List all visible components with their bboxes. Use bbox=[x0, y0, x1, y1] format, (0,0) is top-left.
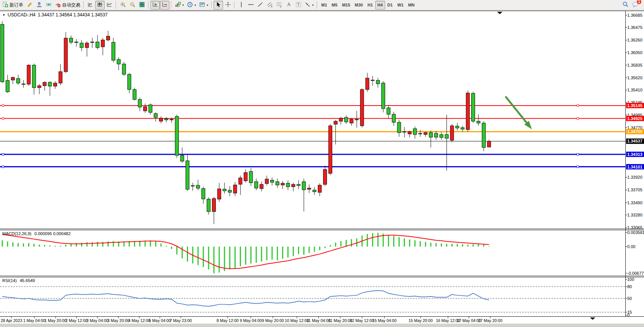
candle-body bbox=[164, 119, 168, 120]
candle-body bbox=[11, 77, 14, 80]
price-badge-label: 1.34101 bbox=[627, 165, 642, 169]
candle-body bbox=[112, 42, 115, 60]
highlighter-button[interactable] bbox=[25, 1, 34, 10]
indicators-button[interactable]: ▾ bbox=[173, 1, 185, 10]
price-tick-label: 1.36475 bbox=[627, 25, 642, 30]
zoom-out-button[interactable] bbox=[128, 1, 137, 10]
cursor-tool-button[interactable] bbox=[214, 1, 223, 10]
time-label: 9 May 20:00 bbox=[262, 318, 284, 323]
candle-body bbox=[419, 133, 422, 134]
candle-body bbox=[133, 90, 136, 99]
arrows-tool-button[interactable]: ▾ bbox=[303, 1, 315, 10]
macd-histogram-bar bbox=[414, 240, 416, 247]
macd-histogram-bar bbox=[377, 233, 378, 247]
macd-histogram-bar bbox=[293, 247, 294, 256]
chart-shift-icon bbox=[162, 2, 168, 9]
timeframe-MN[interactable]: MN bbox=[406, 1, 417, 10]
trendline-icon bbox=[257, 2, 263, 9]
macd-histogram-bar bbox=[340, 241, 341, 247]
auto-scroll-button[interactable] bbox=[150, 1, 160, 10]
macd-tick-label: 0.00 bbox=[627, 244, 635, 249]
candle-body bbox=[350, 119, 353, 123]
search-icon bbox=[622, 1, 629, 9]
periods-button[interactable]: ▾ bbox=[185, 1, 198, 10]
candle-body bbox=[313, 190, 316, 192]
time-label: 7 May 23:00 bbox=[170, 318, 192, 323]
new-order-label: 新订单 bbox=[10, 2, 23, 8]
timeframe-D1[interactable]: D1 bbox=[385, 1, 395, 10]
profile-button[interactable] bbox=[34, 1, 44, 10]
bar-chart-button[interactable] bbox=[86, 1, 95, 10]
candle-body bbox=[196, 185, 200, 188]
crosshair-tool-button[interactable] bbox=[223, 1, 233, 10]
candle-body bbox=[16, 79, 20, 83]
vertical-line-tool-button[interactable] bbox=[236, 1, 246, 10]
new-order-button[interactable]: 新订单 bbox=[1, 1, 25, 10]
notification-badge: 1 bbox=[636, 0, 642, 5]
candle-body bbox=[408, 131, 411, 134]
candle-body bbox=[461, 128, 464, 129]
macd-histogram-bar bbox=[409, 239, 410, 247]
macd-histogram-bar bbox=[234, 247, 236, 268]
candle-body bbox=[217, 189, 221, 199]
timeframe-M30[interactable]: M30 bbox=[352, 1, 365, 10]
time-label: 5 May 04:00 bbox=[149, 318, 171, 323]
separator bbox=[317, 1, 317, 9]
search-button[interactable] bbox=[621, 1, 630, 10]
chart-title-bar: ▼ USDCAD-,H4 1.34437 1.34564 1.34434 1.3… bbox=[2, 12, 108, 18]
chart-shift-button[interactable] bbox=[160, 1, 169, 10]
candle-body bbox=[249, 172, 253, 183]
timeframe-H1[interactable]: H1 bbox=[365, 1, 375, 10]
timeframe-M15[interactable]: M15 bbox=[340, 1, 352, 10]
time-label: 28 Apr 2023 bbox=[1, 318, 22, 323]
macd-histogram-bar bbox=[155, 242, 156, 247]
line-chart-button[interactable] bbox=[105, 1, 114, 10]
chart-stage: 1.366851.364751.362601.360501.358351.356… bbox=[0, 10, 644, 327]
candle-body bbox=[487, 141, 491, 147]
channel-tool-button[interactable]: E bbox=[265, 1, 274, 10]
timeframe-W1[interactable]: W1 bbox=[395, 1, 406, 10]
macd-values: 0.000095 0.000482 bbox=[34, 231, 70, 236]
text-label-tool-button[interactable]: T bbox=[293, 1, 303, 10]
candle-body bbox=[244, 173, 247, 181]
zoom-in-button[interactable] bbox=[118, 1, 128, 10]
horizontal-line-tool-button[interactable] bbox=[246, 1, 255, 10]
candlestick-chart-button[interactable] bbox=[95, 1, 105, 10]
time-label: 17 May 20:00 bbox=[478, 318, 502, 323]
candle-body bbox=[101, 40, 105, 47]
fibonacci-tool-button[interactable]: F bbox=[274, 1, 284, 10]
timeframe-group: M1M5M15M30H1H4D1W1MN bbox=[319, 1, 417, 10]
macd-histogram-bar bbox=[314, 247, 315, 252]
candle-body bbox=[239, 178, 242, 184]
macd-histogram-bar bbox=[478, 244, 479, 247]
timeframe-H4[interactable]: H4 bbox=[375, 1, 385, 10]
macd-histogram-bar bbox=[7, 242, 8, 247]
candle-body bbox=[69, 38, 73, 42]
hline-handle bbox=[577, 104, 579, 106]
text-tool-button[interactable]: A bbox=[284, 1, 293, 10]
trendline-tool-button[interactable] bbox=[255, 1, 265, 10]
signal-button[interactable] bbox=[44, 1, 53, 10]
macd-histogram-bar bbox=[309, 247, 310, 253]
candle-body bbox=[233, 185, 237, 193]
auto-trading-button[interactable]: 自动交易 bbox=[53, 1, 82, 10]
time-label: 11 May 04:00 bbox=[307, 318, 331, 323]
candle-body bbox=[54, 83, 57, 86]
macd-histogram-bar bbox=[102, 242, 104, 247]
chart-canvas[interactable]: 1.366851.364751.362601.360501.358351.356… bbox=[0, 10, 644, 327]
timeframe-M1[interactable]: M1 bbox=[319, 1, 329, 10]
auto-trading-icon bbox=[55, 2, 61, 9]
timeframe-M5[interactable]: M5 bbox=[329, 1, 340, 10]
time-label: 9 May 04:00 bbox=[240, 318, 262, 323]
macd-histogram-bar bbox=[483, 245, 484, 247]
macd-histogram-bar bbox=[451, 244, 453, 247]
svg-text:E: E bbox=[271, 5, 273, 8]
separator bbox=[148, 1, 149, 9]
rsi-tick-label: 80 bbox=[627, 284, 632, 289]
notifications-button[interactable]: 1 bbox=[630, 1, 640, 10]
symbol-dropdown-icon[interactable]: ▼ bbox=[2, 13, 5, 17]
tile-windows-button[interactable] bbox=[137, 1, 147, 10]
price-tick-label: 1.33705 bbox=[627, 188, 642, 192]
time-label: 1 May 20:00 bbox=[45, 318, 67, 323]
templates-button[interactable]: ▾ bbox=[198, 1, 210, 10]
